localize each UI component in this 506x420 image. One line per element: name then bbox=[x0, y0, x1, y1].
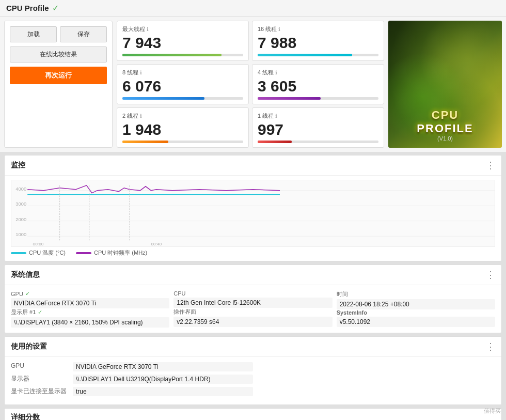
sysinfo-value: NVIDIA GeForce RTX 3070 Ti bbox=[11, 298, 169, 308]
chart-area: 4000 3000 2000 1000 bbox=[11, 180, 495, 247]
info-icon[interactable]: ℹ bbox=[140, 70, 142, 75]
settings-menu-icon[interactable]: ⋮ bbox=[486, 341, 495, 352]
settings-header: 使用的设置 ⋮ bbox=[5, 337, 501, 357]
legend-label: CPU 时钟频率 (MHz) bbox=[94, 249, 147, 257]
info-icon[interactable]: ℹ bbox=[275, 70, 277, 75]
score-bar bbox=[122, 97, 204, 100]
svg-text:00:00: 00:00 bbox=[33, 242, 44, 246]
score-label: 16 线程 ℹ bbox=[258, 25, 378, 33]
banner-version-text: (V1.0) bbox=[417, 135, 473, 142]
score-bar bbox=[258, 54, 352, 56]
score-bar bbox=[258, 97, 321, 100]
score-bar bbox=[122, 141, 168, 143]
info-icon[interactable]: ℹ bbox=[278, 26, 280, 32]
svg-text:4000: 4000 bbox=[15, 186, 26, 192]
score-grid: 最大线程 ℹ 7 943 16 线程 ℹ 7 988 8 线程 ℹ 6 076 … bbox=[117, 21, 384, 148]
settings-row-0: GPU NVIDIA GeForce RTX 3070 Ti bbox=[11, 362, 253, 371]
score-value: 6 076 bbox=[122, 77, 243, 95]
settings-section: 使用的设置 ⋮ GPU NVIDIA GeForce RTX 3070 Ti 显… bbox=[4, 336, 502, 405]
chart-svg: 4000 3000 2000 1000 bbox=[11, 180, 495, 246]
settings-row-2: 显卡已连接至显示器 true bbox=[11, 387, 253, 396]
score-label: 2 线程 ℹ bbox=[122, 112, 243, 120]
sysinfo-section: 系统信息 ⋮ GPU ✓ NVIDIA GeForce RTX 3070 Ti … bbox=[4, 265, 502, 333]
monitor-menu-icon[interactable]: ⋮ bbox=[486, 160, 495, 171]
cpu-profile-banner: CPU PROFILE (V1.0) bbox=[388, 21, 502, 148]
sysinfo-label: SystemInfo bbox=[337, 309, 495, 316]
settings-body: GPU NVIDIA GeForce RTX 3070 Ti 显示器 \\.\D… bbox=[5, 357, 501, 405]
score-value: 7 988 bbox=[258, 34, 378, 51]
score-card-5: 1 线程 ℹ 997 bbox=[252, 107, 384, 148]
settings-key: 显卡已连接至显示器 bbox=[11, 387, 73, 396]
sysinfo-label: 操作界面 bbox=[173, 308, 332, 316]
sysinfo-row: GPU ✓ NVIDIA GeForce RTX 3070 Ti bbox=[11, 290, 169, 308]
save-button[interactable]: 保存 bbox=[60, 26, 107, 42]
score-label: 1 线程 ℹ bbox=[258, 112, 378, 120]
app-title: CPU Profile bbox=[6, 4, 49, 12]
top-section: 加载 保存 在线比较结果 再次运行 最大线程 ℹ 7 943 16 线程 ℹ 7… bbox=[0, 17, 506, 152]
settings-key: 显示器 bbox=[11, 375, 73, 384]
score-bar-bg bbox=[122, 97, 243, 100]
details-header: 详细分数 bbox=[5, 409, 501, 420]
monitor-title: 监控 bbox=[11, 161, 25, 170]
sysinfo-label: 时间 bbox=[337, 290, 495, 298]
svg-text:3000: 3000 bbox=[15, 201, 26, 207]
settings-key: GPU bbox=[11, 362, 73, 371]
sysinfo-value: 2022-08-06 18:25 +08:00 bbox=[337, 299, 495, 309]
score-card-2: 8 线程 ℹ 6 076 bbox=[117, 64, 249, 104]
monitor-section: 监控 ⋮ 4000 3000 2000 1000 bbox=[4, 155, 502, 261]
sysinfo-row: SystemInfo v5.50.1092 bbox=[337, 309, 495, 327]
details-title: 详细分数 bbox=[11, 413, 40, 420]
details-section: 详细分数 最大线程 ℹ 7 943 每帧的平均模拟时间 44.1 ms 16 线… bbox=[4, 408, 502, 420]
score-value: 3 605 bbox=[258, 77, 378, 95]
sysinfo-row: CPU 12th Gen Intel Core i5-12600K bbox=[173, 290, 332, 308]
left-panel: 加载 保存 在线比较结果 再次运行 bbox=[4, 21, 113, 148]
info-icon[interactable]: ℹ bbox=[140, 113, 142, 119]
score-bar-bg bbox=[122, 54, 243, 56]
score-label: 8 线程 ℹ bbox=[122, 69, 243, 76]
score-value: 1 948 bbox=[122, 121, 243, 138]
settings-row-1: 显示器 \\.\DISPLAY1 Dell U3219Q(DisplayPort… bbox=[11, 375, 253, 384]
legend-label: CPU 温度 (°C) bbox=[29, 249, 66, 257]
score-label: 最大线程 ℹ bbox=[122, 25, 243, 33]
sysinfo-menu-icon[interactable]: ⋮ bbox=[486, 269, 495, 281]
load-button[interactable]: 加载 bbox=[10, 26, 57, 42]
settings-val: \\.\DISPLAY1 Dell U3219Q(DisplayPort 1.4… bbox=[73, 375, 253, 384]
check-icon: ✓ bbox=[38, 309, 42, 316]
sysinfo-col-2: 时间 2022-08-06 18:25 +08:00 SystemInfo v5… bbox=[337, 290, 495, 328]
run-again-button[interactable]: 再次运行 bbox=[10, 67, 107, 84]
sysinfo-label: CPU bbox=[173, 290, 332, 297]
info-icon[interactable]: ℹ bbox=[147, 26, 149, 32]
online-compare-button[interactable]: 在线比较结果 bbox=[10, 46, 107, 63]
svg-text:1000: 1000 bbox=[15, 232, 26, 238]
svg-text:2000: 2000 bbox=[15, 217, 26, 222]
legend-item-0: CPU 温度 (°C) bbox=[11, 249, 66, 257]
info-icon[interactable]: ℹ bbox=[275, 113, 277, 119]
header-check-icon: ✓ bbox=[52, 3, 59, 13]
score-value: 997 bbox=[258, 121, 378, 138]
score-card-0: 最大线程 ℹ 7 943 bbox=[117, 21, 249, 61]
sysinfo-value: 12th Gen Intel Core i5-12600K bbox=[173, 298, 332, 308]
sysinfo-row: 操作界面 v2.22.7359 s64 bbox=[173, 308, 332, 327]
check-icon: ✓ bbox=[25, 290, 30, 297]
settings-title: 使用的设置 bbox=[11, 342, 47, 351]
score-bar bbox=[258, 141, 292, 143]
sysinfo-row: 显示屏 #1 ✓ \\.\DISPLAY1 (3840 × 2160, 150%… bbox=[11, 308, 169, 328]
sysinfo-value: \\.\DISPLAY1 (3840 × 2160, 150% DPI scal… bbox=[11, 317, 169, 328]
legend-item-1: CPU 时钟频率 (MHz) bbox=[76, 249, 147, 257]
watermark: 值得买 bbox=[484, 407, 501, 415]
sysinfo-label: GPU ✓ bbox=[11, 290, 169, 297]
sysinfo-col-1: CPU 12th Gen Intel Core i5-12600K 操作界面 v… bbox=[173, 290, 332, 328]
app-header: CPU Profile ✓ bbox=[0, 0, 506, 17]
svg-text:00:40: 00:40 bbox=[151, 242, 162, 246]
score-bar-bg bbox=[258, 54, 378, 56]
monitor-header: 监控 ⋮ bbox=[5, 155, 501, 176]
score-bar-bg bbox=[258, 141, 378, 143]
sysinfo-col-0: GPU ✓ NVIDIA GeForce RTX 3070 Ti 显示屏 #1 … bbox=[11, 290, 169, 328]
score-label: 4 线程 ℹ bbox=[258, 69, 378, 76]
banner-text-block: CPU PROFILE (V1.0) bbox=[410, 102, 479, 148]
monitor-body: 4000 3000 2000 1000 bbox=[5, 176, 501, 261]
score-value: 7 943 bbox=[122, 34, 243, 51]
settings-val: true bbox=[73, 387, 253, 396]
settings-table: GPU NVIDIA GeForce RTX 3070 Ti 显示器 \\.\D… bbox=[11, 362, 253, 396]
score-card-1: 16 线程 ℹ 7 988 bbox=[252, 21, 384, 61]
